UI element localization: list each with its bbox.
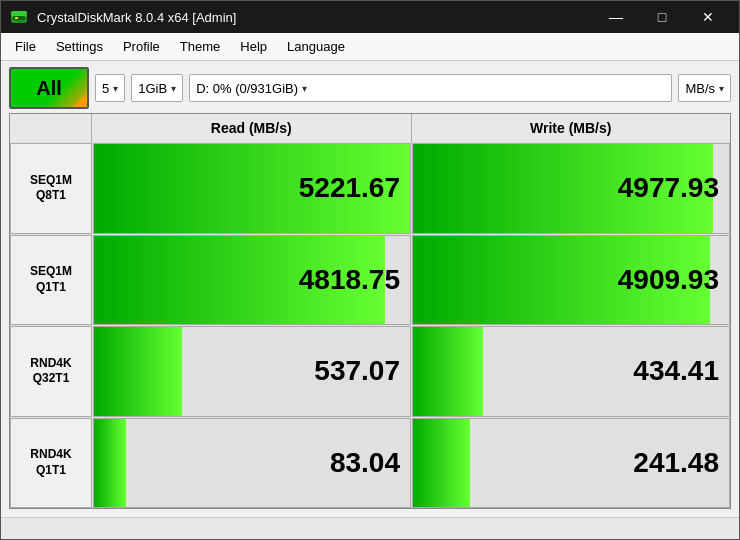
controls-row: All 5 ▾ 1GiB ▾ D: 0% (0/931GiB) ▾ MB/s ▾ xyxy=(9,67,731,109)
bench-label-0: SEQ1M Q8T1 xyxy=(10,143,92,234)
bench-label-2: RND4K Q32T1 xyxy=(10,326,92,417)
size-value: 1GiB xyxy=(138,81,167,96)
write-col-header: Write (MB/s) xyxy=(412,114,731,142)
unit-value: MB/s xyxy=(685,81,715,96)
bench-header-row: Read (MB/s) Write (MB/s) xyxy=(10,114,730,142)
menu-item-settings[interactable]: Settings xyxy=(46,35,113,58)
read-col-header: Read (MB/s) xyxy=(92,114,412,142)
bench-read-0: 5221.67 xyxy=(93,143,411,234)
main-content: All 5 ▾ 1GiB ▾ D: 0% (0/931GiB) ▾ MB/s ▾ xyxy=(1,61,739,517)
close-button[interactable]: ✕ xyxy=(685,1,731,33)
benchmark-grid: Read (MB/s) Write (MB/s) SEQ1M Q8T1 5221… xyxy=(9,113,731,509)
minimize-button[interactable]: — xyxy=(593,1,639,33)
bench-write-1: 4909.93 xyxy=(412,235,730,326)
bench-write-0: 4977.93 xyxy=(412,143,730,234)
window-controls: — □ ✕ xyxy=(593,1,731,33)
menu-bar: FileSettingsProfileThemeHelpLanguage xyxy=(1,33,739,61)
runs-arrow: ▾ xyxy=(113,83,118,94)
unit-dropdown[interactable]: MB/s ▾ xyxy=(678,74,731,102)
size-arrow: ▾ xyxy=(171,83,176,94)
status-bar xyxy=(1,517,739,539)
title-bar: CrystalDiskMark 8.0.4 x64 [Admin] — □ ✕ xyxy=(1,1,739,33)
drive-dropdown[interactable]: D: 0% (0/931GiB) ▾ xyxy=(189,74,672,102)
bench-write-3: 241.48 xyxy=(412,418,730,509)
runs-value: 5 xyxy=(102,81,109,96)
bench-label-header xyxy=(10,114,92,142)
maximize-button[interactable]: □ xyxy=(639,1,685,33)
bench-write-2: 434.41 xyxy=(412,326,730,417)
runs-dropdown[interactable]: 5 ▾ xyxy=(95,74,125,102)
all-button[interactable]: All xyxy=(9,67,89,109)
svg-rect-3 xyxy=(15,17,18,19)
menu-item-profile[interactable]: Profile xyxy=(113,35,170,58)
bench-label-1: SEQ1M Q1T1 xyxy=(10,235,92,326)
menu-item-help[interactable]: Help xyxy=(230,35,277,58)
bench-label-3: RND4K Q1T1 xyxy=(10,418,92,509)
table-row: SEQ1M Q8T1 5221.67 4977.93 xyxy=(10,143,730,234)
table-row: RND4K Q32T1 537.07 434.41 xyxy=(10,326,730,417)
window-title: CrystalDiskMark 8.0.4 x64 [Admin] xyxy=(37,10,593,25)
app-icon xyxy=(9,7,29,27)
svg-rect-2 xyxy=(13,16,25,20)
bench-read-2: 537.07 xyxy=(93,326,411,417)
drive-arrow: ▾ xyxy=(302,83,307,94)
main-window: CrystalDiskMark 8.0.4 x64 [Admin] — □ ✕ … xyxy=(0,0,740,540)
bench-read-3: 83.04 xyxy=(93,418,411,509)
table-row: SEQ1M Q1T1 4818.75 4909.93 xyxy=(10,235,730,326)
menu-item-language[interactable]: Language xyxy=(277,35,355,58)
bench-read-1: 4818.75 xyxy=(93,235,411,326)
table-row: RND4K Q1T1 83.04 241.48 xyxy=(10,418,730,509)
menu-item-theme[interactable]: Theme xyxy=(170,35,230,58)
size-dropdown[interactable]: 1GiB ▾ xyxy=(131,74,183,102)
drive-value: D: 0% (0/931GiB) xyxy=(196,81,298,96)
unit-arrow: ▾ xyxy=(719,83,724,94)
menu-item-file[interactable]: File xyxy=(5,35,46,58)
